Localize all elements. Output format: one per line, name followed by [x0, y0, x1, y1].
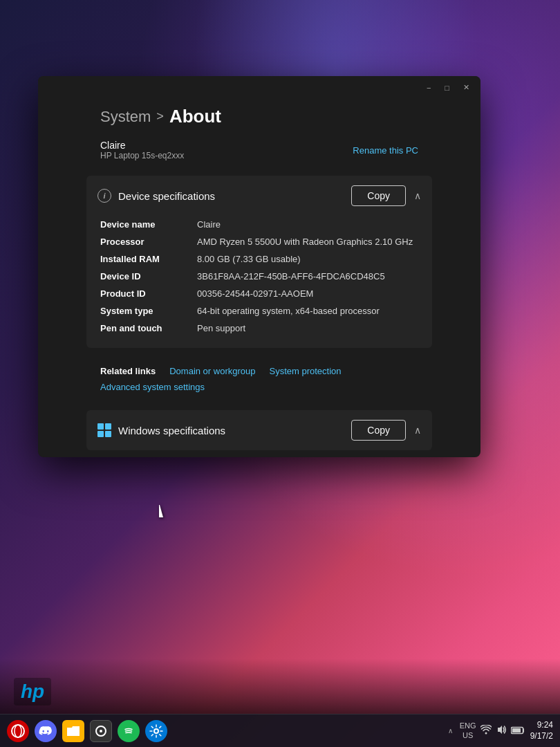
related-links-row: Related links Domain or workgroup System…	[100, 366, 418, 376]
rename-pc-button[interactable]: Rename this PC	[353, 145, 418, 156]
pc-name: Claire	[100, 140, 184, 151]
breadcrumb: System > About	[38, 99, 480, 131]
chevron-up-icon[interactable]: ∧	[414, 190, 421, 201]
spec-row: Processor AMD Ryzen 5 5500U with Radeon …	[100, 233, 418, 250]
svg-point-5	[100, 730, 102, 732]
volume-icon[interactable]	[496, 725, 507, 737]
spec-label: Installed RAM	[100, 254, 197, 264]
related-links-label: Related links	[100, 366, 156, 376]
spec-value: Claire	[197, 219, 418, 230]
spec-label: System type	[100, 306, 197, 316]
minimize-button[interactable]: −	[424, 82, 433, 93]
win-logo-q4	[105, 431, 111, 437]
window-controls: − □ ✕	[424, 82, 472, 93]
taskbar-discord-icon[interactable]	[35, 720, 57, 742]
spec-value: 64-bit operating system, x64-based proce…	[197, 306, 418, 316]
taskbar-settings-icon[interactable]	[145, 720, 167, 742]
advanced-system-settings-link[interactable]: Advanced system settings	[100, 382, 418, 392]
svg-point-7	[154, 729, 158, 733]
language-indicator[interactable]: ENG US	[460, 721, 476, 739]
windows-specs-section: Windows specifications Copy ∧	[86, 410, 432, 450]
spec-row: Device name Claire	[100, 216, 418, 233]
copy-windows-specs-button[interactable]: Copy	[351, 420, 406, 441]
specs-header-left: i Device specifications	[97, 189, 215, 203]
close-button[interactable]: ✕	[460, 82, 472, 93]
taskbar-right: ∧ ENG US	[448, 720, 553, 741]
settings-window: − □ ✕ System > About Claire HP Laptop 15…	[38, 76, 480, 457]
spec-value: 00356-24544-02971-AAOEM	[197, 288, 418, 299]
pc-model: HP Laptop 15s-eq2xxx	[100, 151, 184, 160]
spec-row: Installed RAM 8.00 GB (7.33 GB usable)	[100, 250, 418, 268]
copy-device-specs-button[interactable]: Copy	[351, 185, 406, 206]
svg-point-8	[485, 732, 487, 735]
svg-point-3	[15, 725, 21, 737]
taskbar-left	[7, 720, 448, 742]
spec-label: Pen and touch	[100, 323, 197, 333]
system-tray-icons	[480, 725, 526, 737]
bottom-gradient	[0, 658, 560, 714]
spec-label: Device name	[100, 219, 197, 230]
win-logo-q1	[97, 423, 104, 430]
spec-value: Pen support	[197, 323, 418, 333]
taskbar-files-icon[interactable]	[62, 720, 84, 742]
spec-row: System type 64-bit operating system, x64…	[100, 302, 418, 320]
breadcrumb-arrow: >	[156, 109, 164, 124]
spec-label: Device ID	[100, 271, 197, 282]
spec-label: Product ID	[100, 288, 197, 299]
specs-header-right: Copy ∧	[351, 185, 421, 206]
taskbar-chevron-icon[interactable]: ∧	[448, 727, 453, 735]
win-specs-title: Windows specifications	[118, 425, 225, 436]
spec-label: Processor	[100, 237, 197, 247]
spec-value: AMD Ryzen 5 5500U with Radeon Graphics 2…	[197, 237, 418, 247]
win-specs-header-right: Copy ∧	[351, 420, 421, 441]
breadcrumb-about: About	[169, 106, 221, 127]
win-specs-left: Windows specifications	[97, 423, 225, 437]
device-specs-section: i Device specifications Copy ∧ Device na…	[86, 176, 432, 348]
taskbar-opera-icon[interactable]	[7, 720, 29, 742]
clock[interactable]: 9:24 9/17/2	[530, 720, 553, 741]
related-links: Related links Domain or workgroup System…	[38, 355, 480, 403]
win-logo-q2	[105, 423, 111, 430]
spec-row: Product ID 00356-24544-02971-AAOEM	[100, 285, 418, 302]
spec-value: 8.00 GB (7.33 GB usable)	[197, 254, 418, 264]
domain-workgroup-link[interactable]: Domain or workgroup	[169, 366, 255, 376]
taskbar: ∧ ENG US	[0, 714, 560, 747]
windows-logo-icon	[97, 423, 111, 437]
info-icon: i	[97, 189, 111, 203]
taskbar-system-area: ENG US	[460, 720, 553, 741]
win-logo-q3	[97, 431, 104, 437]
system-protection-link[interactable]: System protection	[269, 366, 341, 376]
breadcrumb-system[interactable]: System	[100, 108, 151, 126]
specs-title: Device specifications	[118, 190, 215, 202]
specs-table: Device name Claire Processor AMD Ryzen 5…	[86, 216, 432, 348]
battery-icon[interactable]	[511, 726, 526, 737]
taskbar-spotify-icon[interactable]	[118, 720, 140, 742]
pc-info-left: Claire HP Laptop 15s-eq2xxx	[100, 140, 184, 160]
pc-info-row: Claire HP Laptop 15s-eq2xxx Rename this …	[38, 134, 480, 169]
hp-logo: hp	[14, 678, 51, 706]
svg-rect-10	[512, 728, 521, 732]
wifi-icon[interactable]	[480, 725, 492, 737]
maximize-button[interactable]: □	[442, 82, 452, 93]
taskbar-wacom-icon[interactable]	[90, 720, 112, 742]
specs-header: i Device specifications Copy ∧	[86, 176, 432, 216]
svg-point-2	[12, 725, 24, 737]
spec-row: Pen and touch Pen support	[100, 320, 418, 337]
win-specs-header: Windows specifications Copy ∧	[86, 410, 432, 450]
spec-value: 3B61F8AA-212F-450B-AFF6-4FDCA6CD48C5	[197, 271, 418, 282]
title-bar: − □ ✕	[38, 76, 480, 99]
spec-row: Device ID 3B61F8AA-212F-450B-AFF6-4FDCA6…	[100, 268, 418, 285]
win-chevron-up-icon[interactable]: ∧	[414, 425, 421, 436]
